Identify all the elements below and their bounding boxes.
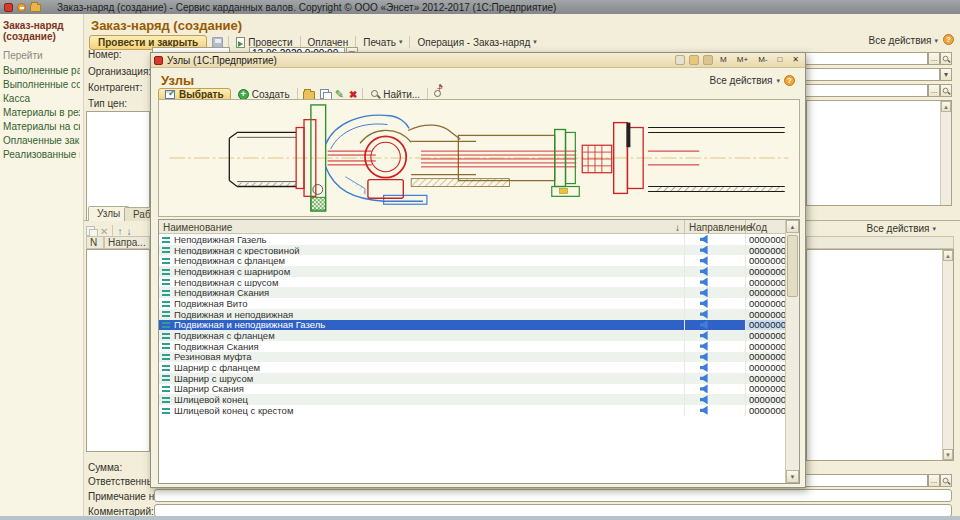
scroll-thumb[interactable]: [787, 235, 798, 297]
find-button[interactable]: Найти...: [368, 89, 422, 100]
table-row[interactable]: Подвижная Вито000000009: [159, 298, 786, 309]
direction-speaker-icon: [700, 395, 709, 404]
help-button[interactable]: ?: [943, 34, 954, 45]
table-row[interactable]: Неподвижная с шрусом000000012: [159, 277, 786, 288]
table-row[interactable]: Резиновая муфта000000017: [159, 352, 786, 363]
grid-body-left-fragment[interactable]: [86, 249, 150, 452]
memory-button-m-plus[interactable]: М+: [734, 54, 751, 66]
scroll-up-icon[interactable]: ▲: [941, 101, 951, 112]
all-actions-button-grid[interactable]: Все действия▾: [867, 223, 936, 234]
table-row[interactable]: Неподвижная Газель000000022: [159, 234, 786, 245]
price-type-list[interactable]: [86, 111, 150, 221]
sidebar-item-completed-by-employee[interactable]: Выполненные сотрудника...: [3, 79, 80, 90]
app-1c-icon[interactable]: [4, 3, 13, 12]
chevron-down-icon: ▾: [533, 38, 537, 46]
all-actions-button-top[interactable]: Все действия▾: [869, 35, 938, 46]
grid-col-n[interactable]: N: [86, 236, 104, 249]
cell-code: 000000007: [746, 245, 786, 256]
ellipsis-button[interactable]: ...: [928, 52, 940, 65]
clear-search-icon[interactable]: [433, 89, 443, 99]
print-note-input[interactable]: [154, 489, 952, 502]
sidebar-item-paid-orders[interactable]: Оплаченные заказ-наряды: [3, 135, 80, 146]
save-icon[interactable]: [212, 37, 223, 48]
delete-icon[interactable]: ✖: [349, 89, 357, 100]
sidebar-item-completed-works[interactable]: Выполненные работы: [3, 65, 80, 76]
post-button[interactable]: Провести: [234, 37, 294, 48]
table-row[interactable]: Подвижная Скания000000020: [159, 341, 786, 352]
edit-pencil-icon[interactable]: ✎: [335, 89, 344, 100]
minimize-icon[interactable]: [17, 3, 26, 12]
grid-body-right-fragment[interactable]: ▲ ▼: [806, 249, 954, 461]
magnifier-button[interactable]: [940, 474, 952, 487]
move-up-icon[interactable]: ↑: [117, 226, 122, 237]
paid-button[interactable]: Оплачен: [306, 37, 351, 48]
scroll-down-icon[interactable]: ▼: [786, 470, 799, 483]
cell-name: Подвижная с фланцем: [159, 330, 685, 341]
print-menu-button[interactable]: Печать▾: [361, 37, 404, 48]
column-header-name[interactable]: Наименование ↓: [159, 220, 685, 233]
help-button[interactable]: ?: [784, 75, 795, 86]
chevron-down-icon: ▾: [934, 37, 938, 45]
table-row[interactable]: Неподвижная с шарниром000000008: [159, 266, 786, 277]
create-plus-icon: +: [238, 89, 249, 100]
table-scrollbar[interactable]: ▲ ▼: [785, 220, 799, 483]
copy-icon[interactable]: [86, 226, 96, 237]
maximize-button[interactable]: □: [774, 54, 785, 66]
contragent-input[interactable]: [784, 68, 940, 81]
folder-icon[interactable]: [30, 4, 41, 12]
create-button[interactable]: +Создать: [236, 89, 292, 100]
cell-direction: [685, 352, 746, 363]
list-item-icon: [162, 343, 170, 349]
table-row[interactable]: Подвижная и неподвижная000000006: [159, 309, 786, 320]
table-row[interactable]: Неподвижная Скания000000021: [159, 287, 786, 298]
table-row[interactable]: Шлицевой конец с крестом000000002: [159, 405, 786, 416]
ellipsis-button[interactable]: ...: [928, 474, 940, 487]
dialog-titlebar[interactable]: Узлы (1С:Предприятие) М М+ М- □ ✕: [151, 53, 805, 68]
sidebar-item-cash[interactable]: Касса: [3, 93, 80, 104]
cell-name: Неподвижная с шарниром: [159, 266, 685, 277]
all-actions-button-dialog[interactable]: Все действия ▾ ?: [710, 75, 795, 86]
cell-direction: [685, 320, 746, 331]
magnifier-button[interactable]: [940, 52, 952, 65]
scroll-up-icon[interactable]: ▲: [786, 220, 799, 233]
list-item-icon: [162, 408, 170, 414]
upper-list-area[interactable]: ▲: [806, 100, 952, 206]
list-item-icon: [162, 354, 170, 360]
table-row[interactable]: Подвижная с фланцем000000003: [159, 330, 786, 341]
dialog-table: Наименование ↓ Направление Код Неподвижн…: [158, 219, 800, 484]
magnifier-button[interactable]: [940, 84, 952, 97]
scroll-up-icon[interactable]: ▲: [943, 250, 953, 261]
sidebar-item-materials-stock[interactable]: Материалы на складе: [3, 121, 80, 132]
table-row[interactable]: Неподвижная с крестовиной000000007: [159, 245, 786, 256]
list-item-icon: [162, 333, 170, 339]
scrollbar[interactable]: ▲ ▼: [942, 250, 953, 460]
column-header-direction[interactable]: Направление: [685, 220, 746, 233]
table-row[interactable]: Неподвижная с фланцем000000018: [159, 255, 786, 266]
table-row[interactable]: Шлицевой конец000000013: [159, 394, 786, 405]
calculator-icon[interactable]: [703, 55, 713, 65]
table-row[interactable]: Шарнир с фланцем000000001: [159, 362, 786, 373]
scroll-down-icon[interactable]: ▼: [943, 449, 953, 460]
operation-menu-button[interactable]: Операция - Заказ-наряд▾: [415, 37, 538, 48]
grid-col-direction[interactable]: Напра...: [104, 236, 150, 249]
copy-icon[interactable]: [320, 89, 330, 100]
dropdown-button[interactable]: ▾: [940, 68, 952, 81]
move-down-icon[interactable]: ↓: [126, 226, 131, 237]
calendar-icon[interactable]: [689, 55, 699, 65]
table-row[interactable]: Подвижная и неподвижная Газель000000023: [159, 320, 786, 331]
scrollbar[interactable]: ▲: [940, 101, 951, 205]
cell-direction: [685, 266, 746, 277]
sidebar-item-sold-materials[interactable]: Реализованные материалы: [3, 149, 80, 160]
dialog-title: Узлы (1С:Предприятие): [167, 55, 671, 66]
direction-speaker-icon: [700, 331, 709, 340]
delete-icon[interactable]: ✕: [100, 226, 108, 237]
table-row[interactable]: Шарнир Скания000000015: [159, 384, 786, 395]
column-header-code[interactable]: Код: [746, 220, 786, 233]
sidebar-item-materials-reserved[interactable]: Материалы в резерве: [3, 107, 80, 118]
close-button[interactable]: ✕: [789, 54, 802, 66]
memory-button-m[interactable]: М: [717, 54, 730, 66]
table-row[interactable]: Шарнир с шрусом000000010: [159, 373, 786, 384]
ellipsis-button[interactable]: ...: [928, 84, 940, 97]
memory-button-m-minus[interactable]: М-: [755, 54, 770, 66]
page-icon[interactable]: [675, 55, 685, 65]
